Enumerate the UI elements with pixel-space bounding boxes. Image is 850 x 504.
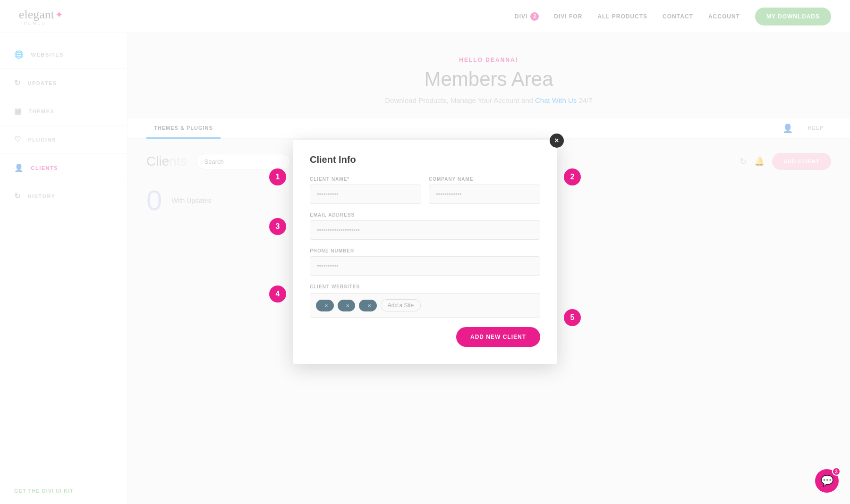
site-tag-1: ×: [316, 300, 334, 311]
websites-section: CLIENT WEBSITES × × × Add a Site: [310, 284, 540, 318]
modal-title: Client Info: [310, 154, 540, 165]
site-tag-2-remove[interactable]: ×: [346, 302, 350, 309]
chat-badge: 3: [832, 467, 841, 476]
chat-icon: 💬: [821, 475, 833, 487]
email-group: EMAIL ADDRESS: [310, 212, 540, 240]
add-site-button[interactable]: Add a Site: [381, 299, 421, 311]
form-row-2: EMAIL ADDRESS: [310, 212, 540, 240]
client-name-label: CLIENT NAME*: [310, 176, 421, 182]
site-tag-3: ×: [359, 300, 377, 311]
step-4-badge: 4: [269, 286, 286, 302]
company-name-input[interactable]: [429, 185, 540, 204]
site-tag-2: ×: [338, 300, 356, 311]
company-name-group: COMPANY NAME: [429, 176, 540, 204]
modal-footer: ADD NEW CLIENT: [310, 327, 540, 347]
phone-input[interactable]: [310, 256, 540, 276]
step-2-badge: 2: [564, 168, 581, 185]
email-input[interactable]: [310, 220, 540, 240]
form-row-1: CLIENT NAME* COMPANY NAME: [310, 176, 540, 204]
websites-box: × × × Add a Site: [310, 293, 540, 318]
add-new-client-button[interactable]: ADD NEW CLIENT: [456, 327, 540, 347]
client-name-input[interactable]: [310, 185, 421, 204]
step-3-badge: 3: [269, 218, 286, 235]
modal-close-button[interactable]: ×: [550, 134, 564, 148]
modal-overlay: 1 2 3 4 5 × Client Info CLIENT NAME* COM…: [0, 0, 850, 504]
phone-label: PHONE NUMBER: [310, 248, 540, 253]
company-name-label: COMPANY NAME: [429, 176, 540, 182]
form-row-3: PHONE NUMBER: [310, 248, 540, 276]
step-1-badge: 1: [269, 168, 286, 185]
chat-widget[interactable]: 💬 3: [815, 469, 839, 493]
websites-label: CLIENT WEBSITES: [310, 284, 540, 289]
client-info-modal: 1 2 3 4 5 × Client Info CLIENT NAME* COM…: [293, 140, 557, 364]
phone-group: PHONE NUMBER: [310, 248, 540, 276]
client-name-group: CLIENT NAME*: [310, 176, 421, 204]
step-5-badge: 5: [564, 309, 581, 326]
site-tag-3-remove[interactable]: ×: [367, 302, 371, 309]
email-label: EMAIL ADDRESS: [310, 212, 540, 218]
site-tag-1-remove[interactable]: ×: [324, 302, 328, 309]
